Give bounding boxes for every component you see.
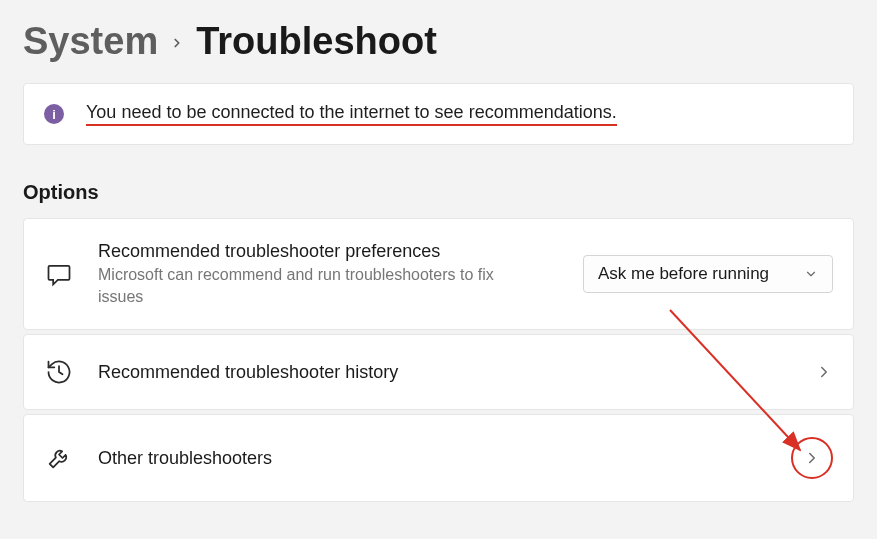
breadcrumb-parent-link[interactable]: System xyxy=(23,20,158,63)
breadcrumb: System Troubleshoot xyxy=(0,0,877,83)
card-content: Recommended troubleshooter history xyxy=(98,362,791,383)
history-card[interactable]: Recommended troubleshooter history xyxy=(23,334,854,410)
chevron-right-icon xyxy=(815,363,833,381)
history-title: Recommended troubleshooter history xyxy=(98,362,791,383)
history-icon xyxy=(44,357,74,387)
card-content: Recommended troubleshooter preferences M… xyxy=(98,241,559,307)
other-troubleshooters-card[interactable]: Other troubleshooters xyxy=(23,414,854,502)
dropdown-value: Ask me before running xyxy=(598,264,769,284)
chat-icon xyxy=(44,259,74,289)
preferences-title: Recommended troubleshooter preferences xyxy=(98,241,559,262)
other-title: Other troubleshooters xyxy=(98,448,767,469)
chevron-right-icon xyxy=(170,28,184,56)
wrench-icon xyxy=(44,443,74,473)
other-chevron-highlighted xyxy=(791,437,833,479)
chevron-right-icon xyxy=(803,449,821,467)
history-chevron xyxy=(815,363,833,381)
info-banner-text: You need to be connected to the internet… xyxy=(86,102,617,126)
info-icon: i xyxy=(44,104,64,124)
card-content: Other troubleshooters xyxy=(98,448,767,469)
section-title-options: Options xyxy=(0,181,877,204)
preferences-subtitle: Microsoft can recommend and run troubles… xyxy=(98,264,528,307)
chevron-down-icon xyxy=(804,267,818,281)
preferences-dropdown[interactable]: Ask me before running xyxy=(583,255,833,293)
info-banner: i You need to be connected to the intern… xyxy=(23,83,854,145)
page-title: Troubleshoot xyxy=(196,20,437,63)
preferences-card: Recommended troubleshooter preferences M… xyxy=(23,218,854,330)
